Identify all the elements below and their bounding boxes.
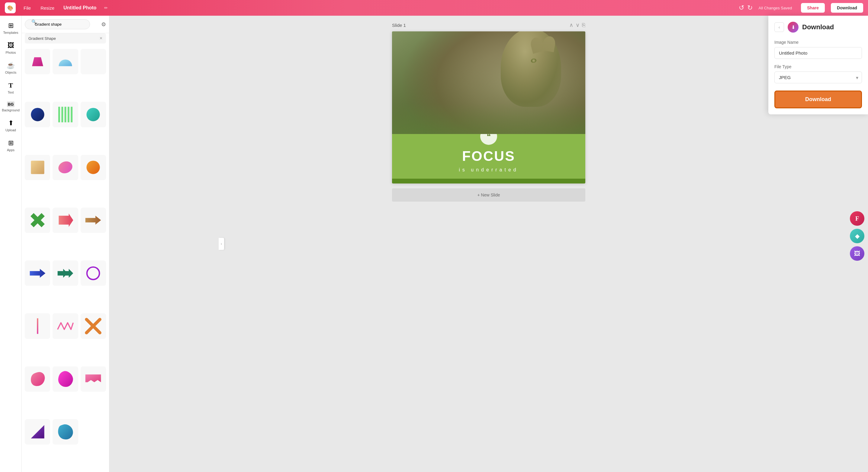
photos-label: Photos: [5, 51, 16, 54]
shape-arrow-right-blue[interactable]: [25, 261, 50, 286]
shape-blob-pink[interactable]: [53, 155, 78, 180]
download-panel-icon: ⬇: [788, 22, 799, 33]
sidebar-item-templates[interactable]: ⊞ Templates: [1, 19, 21, 37]
svg-rect-19: [37, 318, 38, 334]
image-name-label: Image Name: [774, 40, 862, 45]
font-float-button[interactable]: F: [850, 211, 864, 226]
sidebar-item-text[interactable]: T Text: [1, 78, 21, 97]
shape-stripes-green[interactable]: [53, 102, 78, 127]
svg-marker-15: [30, 269, 45, 278]
undo-icon[interactable]: ↺: [739, 4, 744, 12]
share-button[interactable]: Share: [801, 3, 825, 13]
image-name-value[interactable]: Untitled Photo: [774, 47, 862, 59]
edit-title-icon[interactable]: ✏: [104, 5, 108, 10]
image-float-icon: 🖼: [854, 250, 860, 257]
shape-x-cross[interactable]: [25, 208, 50, 233]
download-panel-button[interactable]: Download: [774, 91, 862, 108]
svg-point-9: [57, 160, 74, 175]
shape-x-orange[interactable]: [81, 313, 106, 339]
filter-tag: Gradient Shape ×: [25, 33, 106, 43]
shape-vertical-line[interactable]: [25, 313, 50, 339]
slide-up-icon[interactable]: ∧: [569, 22, 573, 28]
panel-header: ‹ ⬇ Download: [774, 22, 862, 33]
svg-rect-6: [71, 107, 72, 123]
slide-label: Slide 1: [392, 23, 406, 28]
main-layout: ⊞ Templates 🖼 Photos ☕ Objects T Text BG…: [0, 16, 868, 472]
svg-point-7: [87, 108, 100, 121]
background-label: Background: [2, 108, 20, 112]
shape-double-arrow-green[interactable]: [53, 261, 78, 286]
templates-icon: ⊞: [8, 22, 13, 30]
slide-copy-icon[interactable]: ⎘: [582, 22, 585, 28]
green-bar: [392, 179, 585, 183]
shape-blob-teal[interactable]: [53, 419, 78, 444]
download-panel: ‹ ⬇ Download Image Name Untitled Photo F…: [768, 16, 868, 114]
saved-status: All Changes Saved: [759, 6, 792, 10]
objects-label: Objects: [5, 71, 16, 74]
shape-circle-outline[interactable]: [81, 261, 106, 286]
objects-icon: ☕: [7, 62, 15, 69]
new-slide-button[interactable]: + New Slide: [392, 188, 585, 202]
shape-banner-pink[interactable]: [81, 366, 106, 392]
file-type-label: File Type: [774, 64, 862, 69]
shape-circle-teal[interactable]: [81, 102, 106, 127]
canvas-area: ‹ Slide 1 ∧ ∨ ⎘: [109, 16, 868, 472]
svg-rect-4: [65, 107, 66, 123]
focus-text: FOCUS: [462, 148, 515, 164]
canvas-card: ❝ FOCUS is underrated: [392, 31, 585, 183]
download-icon: ⬇: [791, 25, 795, 30]
file-menu[interactable]: File: [22, 4, 33, 12]
svg-rect-2: [58, 107, 60, 123]
cat-image: [392, 31, 585, 134]
background-icon: BG: [7, 101, 15, 107]
resize-menu[interactable]: Resize: [39, 4, 56, 12]
canvas-bottom: ❝ FOCUS is underrated: [392, 134, 585, 179]
redo-icon[interactable]: ↻: [747, 4, 753, 12]
sidebar-item-photos[interactable]: 🖼 Photos: [1, 39, 21, 57]
shape-zigzag-pink[interactable]: [53, 313, 78, 339]
filter-tag-close[interactable]: ×: [100, 36, 102, 41]
svg-marker-17: [63, 269, 73, 278]
collapse-handle[interactable]: ‹: [219, 238, 224, 250]
left-panel: 🔍 ⚙ Gradient Shape ×: [22, 16, 109, 472]
search-wrapper: 🔍: [25, 19, 99, 29]
shape-arrow-right-brown[interactable]: [81, 208, 106, 233]
svg-point-10: [87, 161, 100, 174]
sidebar-item-background[interactable]: BG Background: [1, 98, 21, 115]
text-icon: T: [8, 81, 13, 89]
document-title[interactable]: Untitled Photo: [63, 5, 96, 10]
sidebar-item-apps[interactable]: ⊞ Apps: [1, 136, 21, 155]
slide-controls: ∧ ∨ ⎘: [569, 22, 585, 28]
download-top-button[interactable]: Download: [831, 3, 863, 13]
paint-float-button[interactable]: ◆: [850, 229, 864, 243]
shape-circle-navy[interactable]: [25, 102, 50, 127]
shapes-grid: [22, 46, 109, 472]
slide-down-icon[interactable]: ∨: [576, 22, 580, 28]
shape-half-circle-teal[interactable]: [53, 49, 78, 74]
search-bar: 🔍 ⚙: [22, 16, 109, 33]
filter-icon[interactable]: ⚙: [101, 21, 106, 28]
upload-label: Upload: [5, 128, 16, 132]
image-float-button[interactable]: 🖼: [850, 246, 864, 261]
panel-back-button[interactable]: ‹: [774, 22, 784, 32]
shape-blob-pink2[interactable]: [25, 366, 50, 392]
shape-arrow-right-pink[interactable]: [53, 208, 78, 233]
shape-square-peach[interactable]: [25, 155, 50, 180]
file-type-wrapper: JPEG PNG PDF SVG ▾: [774, 71, 862, 83]
apps-label: Apps: [7, 148, 14, 152]
shape-corner-purple[interactable]: [25, 419, 50, 444]
svg-point-1: [31, 108, 44, 121]
right-floats: F ◆ 🖼: [850, 211, 864, 261]
sidebar-item-objects[interactable]: ☕ Objects: [1, 59, 21, 77]
underrated-text: is underrated: [459, 167, 518, 173]
shape-trapezoid-pink[interactable]: [25, 49, 50, 74]
filter-tag-label: Gradient Shape: [28, 36, 56, 41]
file-type-select[interactable]: JPEG PNG PDF SVG: [774, 71, 862, 83]
shape-crescent-blue[interactable]: [81, 49, 106, 74]
back-icon: ‹: [779, 25, 780, 30]
sidebar-item-upload[interactable]: ⬆ Upload: [1, 116, 21, 135]
svg-rect-3: [61, 107, 63, 123]
shape-blob-magenta[interactable]: [53, 366, 78, 392]
search-icon: 🔍: [31, 19, 36, 24]
shape-circle-orange[interactable]: [81, 155, 106, 180]
